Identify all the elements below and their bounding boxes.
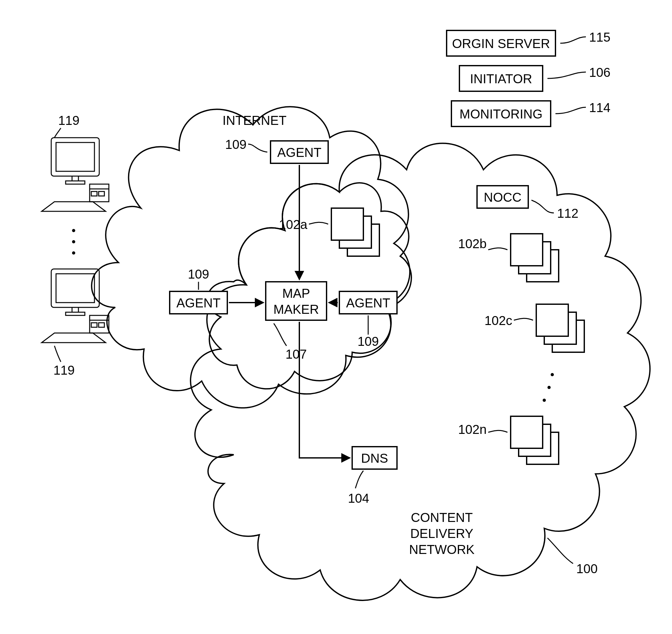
box-map-maker: MAP MAKER [266, 282, 327, 320]
ref-map-maker: 107 [286, 347, 307, 361]
ref-server-a: 102a [279, 217, 308, 232]
cdn-label-line3: NETWORK [409, 542, 475, 557]
map-maker-text1: MAP [282, 286, 310, 300]
cloud-internet [92, 107, 410, 407]
map-maker-text2: MAKER [273, 302, 319, 316]
ref-monitoring: 114 [589, 100, 610, 115]
svg-point-25 [72, 240, 75, 243]
svg-point-24 [72, 229, 75, 232]
ref-initiator: 106 [589, 65, 610, 79]
cdn-label-line2: DELIVERY [410, 526, 473, 540]
ref-dns: 104 [348, 491, 369, 505]
agent-right-text: AGENT [346, 296, 390, 310]
nocc-text: NOCC [484, 190, 522, 204]
dns-text: DNS [361, 451, 388, 465]
ref-agent-left: 109 [188, 267, 209, 281]
initiator-text: INITIATOR [470, 72, 532, 86]
svg-point-22 [548, 386, 551, 389]
pc-bottom [42, 269, 109, 343]
box-initiator: INITIATOR [459, 66, 543, 91]
box-agent-right: AGENT [339, 291, 397, 314]
ref-server-n: 102n [458, 422, 487, 437]
server-stack-c [536, 304, 584, 352]
ref-agent-top: 109 [225, 137, 246, 151]
server-stack-n [511, 416, 559, 464]
svg-point-26 [72, 251, 75, 255]
ref-nocc: 112 [557, 206, 578, 220]
ref-origin-server: 115 [589, 30, 610, 44]
ref-agent-right: 109 [358, 334, 379, 348]
ref-server-b: 102b [458, 237, 487, 251]
svg-point-21 [551, 373, 554, 376]
box-agent-top: AGENT [270, 141, 328, 163]
ref-cdn: 100 [576, 562, 598, 576]
server-stack-a [331, 208, 379, 256]
box-agent-left: AGENT [170, 291, 227, 314]
box-monitoring: MONITORING [451, 101, 551, 126]
diagram-svg: INTERNET CONTENT DELIVERY NETWORK ORGIN … [0, 0, 672, 634]
origin-server-text: ORGIN SERVER [452, 37, 550, 51]
svg-point-23 [543, 399, 546, 402]
agent-left-text: AGENT [176, 296, 221, 310]
pc-top [42, 138, 109, 211]
agent-top-text: AGENT [277, 145, 321, 160]
ref-server-c: 102c [484, 313, 512, 328]
ref-pc-bot: 119 [53, 363, 75, 377]
monitoring-text: MONITORING [459, 107, 542, 121]
box-origin-server: ORGIN SERVER [447, 30, 555, 56]
box-dns: DNS [352, 447, 397, 469]
cloud-internet-label: INTERNET [222, 113, 287, 127]
box-nocc: NOCC [477, 186, 528, 208]
cdn-label-line1: CONTENT [411, 510, 473, 524]
server-stack-b [511, 234, 559, 282]
ref-pc-top: 119 [58, 113, 80, 127]
